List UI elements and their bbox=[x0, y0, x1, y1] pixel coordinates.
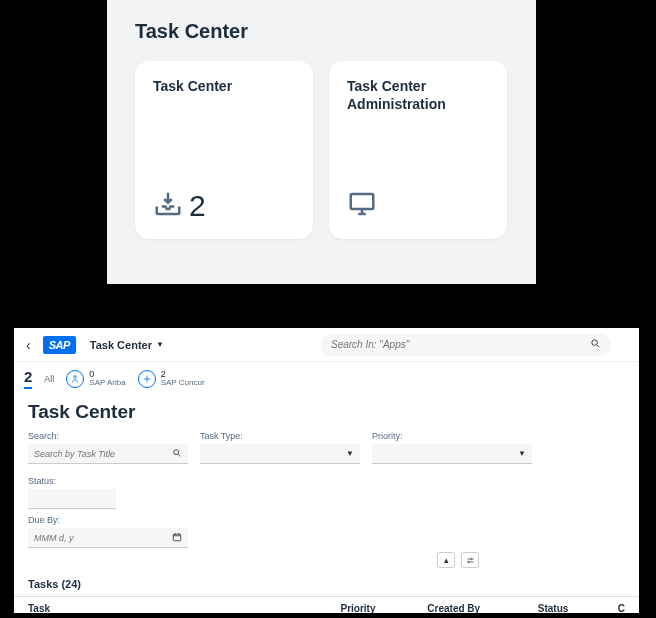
tile-count: 2 bbox=[189, 189, 206, 223]
calendar-icon[interactable] bbox=[172, 532, 182, 544]
source-chip-concur[interactable]: 2 SAP Concur bbox=[138, 370, 205, 388]
tile-row: Task Center 2 Task Center Administration bbox=[135, 61, 508, 239]
filter-row: Search: Task Type: ▼ Priority: ▼ Status: bbox=[14, 431, 639, 509]
tile-task-center[interactable]: Task Center 2 bbox=[135, 61, 313, 239]
tile-title: Task Center Administration bbox=[347, 77, 489, 113]
source-filter-bar: 2 All 0 SAP Ariba 2 SAP Concur bbox=[14, 362, 639, 395]
tasks-table: Task Priority Created By Status C Expens… bbox=[14, 596, 639, 613]
page-title: Task Center bbox=[28, 401, 625, 423]
app-title-text: Task Center bbox=[90, 339, 152, 351]
due-by-input[interactable] bbox=[28, 528, 188, 548]
group-title: Task Center bbox=[135, 20, 508, 43]
filter-task-type: Task Type: ▼ bbox=[200, 431, 360, 464]
search-input-wrap[interactable] bbox=[28, 444, 188, 464]
filter-all[interactable]: All bbox=[44, 374, 54, 384]
monitor-icon bbox=[347, 189, 377, 223]
source-label: SAP Concur bbox=[161, 379, 205, 387]
filter-total-count[interactable]: 2 bbox=[24, 368, 32, 389]
sap-logo: SAP bbox=[43, 336, 76, 354]
shell-search[interactable] bbox=[321, 334, 611, 356]
col-created-by[interactable]: Created By bbox=[413, 597, 523, 614]
filter-actions: ▴ bbox=[14, 548, 639, 570]
search-icon[interactable] bbox=[590, 338, 601, 351]
svg-point-1 bbox=[592, 340, 598, 346]
svg-rect-0 bbox=[351, 194, 374, 209]
table-title: Tasks (24) bbox=[14, 570, 639, 596]
search-icon[interactable] bbox=[172, 448, 182, 460]
filter-status: Status: bbox=[28, 476, 116, 509]
date-input[interactable] bbox=[34, 533, 172, 543]
field-label: Task Type: bbox=[200, 431, 360, 441]
filter-priority: Priority: ▼ bbox=[372, 431, 532, 464]
priority-select[interactable]: ▼ bbox=[372, 444, 532, 464]
field-label: Priority: bbox=[372, 431, 532, 441]
field-label: Status: bbox=[28, 476, 116, 486]
back-button[interactable]: ‹ bbox=[22, 337, 35, 353]
collapse-button[interactable]: ▴ bbox=[437, 552, 455, 568]
svg-rect-4 bbox=[173, 534, 181, 541]
launchpad-group: Task Center Task Center 2 Task Center Ad… bbox=[107, 0, 536, 284]
filter-search: Search: bbox=[28, 431, 188, 464]
page-header: Task Center bbox=[14, 395, 639, 431]
table-header-row: Task Priority Created By Status C bbox=[14, 597, 639, 614]
filter-due-by: Due By: bbox=[28, 515, 625, 548]
col-extra[interactable]: C bbox=[604, 597, 639, 614]
task-center-app: ‹ SAP Task Center ▼ 2 All 0 SAP Ariba 2 bbox=[14, 328, 639, 613]
filter-row-2: Due By: bbox=[14, 509, 639, 548]
chevron-down-icon: ▼ bbox=[156, 340, 164, 349]
field-label: Due By: bbox=[28, 515, 625, 525]
tile-title: Task Center bbox=[153, 77, 295, 95]
col-task[interactable]: Task bbox=[14, 597, 327, 614]
field-label: Search: bbox=[28, 431, 188, 441]
chevron-down-icon: ▼ bbox=[346, 449, 354, 458]
shell-bar: ‹ SAP Task Center ▼ bbox=[14, 328, 639, 362]
inbox-download-icon bbox=[153, 189, 183, 223]
source-chip-ariba[interactable]: 0 SAP Ariba bbox=[66, 370, 125, 388]
chevron-down-icon: ▼ bbox=[518, 449, 526, 458]
adapt-filters-button[interactable] bbox=[461, 552, 479, 568]
ariba-icon bbox=[66, 370, 84, 388]
search-input[interactable] bbox=[34, 449, 172, 459]
concur-icon bbox=[138, 370, 156, 388]
col-priority[interactable]: Priority bbox=[327, 597, 414, 614]
svg-point-5 bbox=[470, 558, 472, 560]
status-select[interactable] bbox=[28, 489, 116, 509]
task-type-select[interactable]: ▼ bbox=[200, 444, 360, 464]
app-title-dropdown[interactable]: Task Center ▼ bbox=[90, 339, 164, 351]
source-label: SAP Ariba bbox=[89, 379, 125, 387]
svg-point-2 bbox=[74, 375, 77, 378]
shell-search-input[interactable] bbox=[331, 339, 590, 350]
svg-point-6 bbox=[467, 561, 469, 563]
tile-task-center-admin[interactable]: Task Center Administration bbox=[329, 61, 507, 239]
svg-point-3 bbox=[174, 449, 179, 454]
col-status[interactable]: Status bbox=[524, 597, 604, 614]
